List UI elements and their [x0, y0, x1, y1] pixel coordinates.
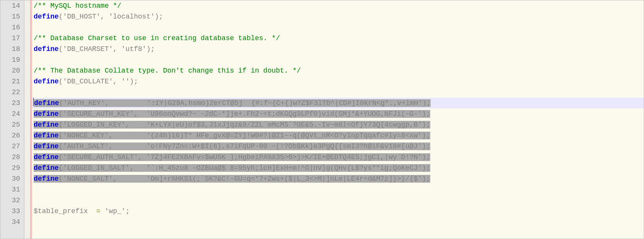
- code-line[interactable]: define('DB_HOST', 'localhost');: [32, 11, 644, 22]
- line-number: 31: [0, 184, 20, 195]
- line-number: 32: [0, 195, 20, 206]
- code-editor: 1415161718192021222324252627282930313233…: [0, 0, 644, 239]
- code-line[interactable]: [32, 195, 644, 206]
- code-line[interactable]: define('DB_CHARSET', 'utf8');: [32, 44, 644, 54]
- code-line[interactable]: [32, 217, 644, 227]
- fold-strip: [24, 0, 31, 239]
- line-number: 33: [0, 206, 20, 217]
- code-line[interactable]: /** Database Charset to use in creating …: [32, 33, 644, 44]
- code-line[interactable]: /** The Database Collate type. Don't cha…: [32, 65, 644, 76]
- line-number: 18: [0, 44, 20, 54]
- code-line[interactable]: define('DB_COLLATE', '');: [32, 76, 644, 87]
- line-number: 21: [0, 76, 20, 87]
- line-number: 30: [0, 173, 20, 184]
- code-line[interactable]: /** MySQL hostname */: [32, 0, 644, 11]
- code-line[interactable]: define('SECURE_AUTH_KEY', 'U96onQvwd?~`-…: [32, 108, 644, 119]
- line-number: 28: [0, 152, 20, 163]
- code-line[interactable]: define('LOGGED_IN_SALT', '`:H_45zu8 -OZB…: [32, 163, 644, 173]
- line-number: 19: [0, 54, 20, 65]
- line-number: 29: [0, 163, 20, 173]
- line-number: 17: [0, 33, 20, 44]
- code-area[interactable]: /** MySQL hostname */define('DB_HOST', '…: [32, 0, 644, 239]
- line-number: 22: [0, 87, 20, 98]
- code-line[interactable]: [32, 54, 644, 65]
- line-number-gutter: 1415161718192021222324252627282930313233…: [0, 0, 24, 239]
- line-number: 16: [0, 22, 20, 33]
- line-number: 25: [0, 119, 20, 130]
- line-number: 27: [0, 141, 20, 152]
- code-line[interactable]: define('LOGGED_IN_KEY', 'K+LYX|eU)of$3,J…: [32, 119, 644, 130]
- code-line[interactable]: [32, 184, 644, 195]
- line-number: 24: [0, 108, 20, 119]
- code-line[interactable]: define('AUTH_SALT', 'o!FNy7Zn=:W+$I(6},s…: [32, 141, 644, 152]
- code-line[interactable]: [32, 22, 644, 33]
- code-line[interactable]: define('NONCE_SALT', 'Om]+r%HKS1(;`SK?&C…: [32, 173, 644, 184]
- code-line[interactable]: define('SECURE_AUTH_SALT', '7Zj4FE2XBAFv…: [32, 152, 644, 163]
- code-line[interactable]: define('AUTH_KEY', ':1Y|G29A,hsmo)2erCT@…: [32, 98, 644, 108]
- code-line[interactable]: $table_prefix = 'wp_';: [32, 206, 644, 217]
- code-line[interactable]: [32, 87, 644, 98]
- line-number: 20: [0, 65, 20, 76]
- line-number: 14: [0, 0, 20, 11]
- code-line[interactable]: define('NONCE_KEY', '(z4h)i6)T* HFe_gvX@…: [32, 130, 644, 141]
- line-number: 23: [0, 98, 20, 108]
- line-number: 15: [0, 11, 20, 22]
- line-number: 26: [0, 130, 20, 141]
- line-number: 34: [0, 217, 20, 227]
